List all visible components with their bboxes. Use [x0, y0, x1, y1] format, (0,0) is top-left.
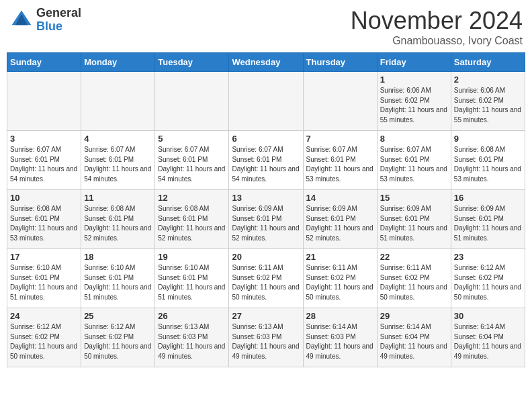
day-cell: 15Sunrise: 6:09 AM Sunset: 6:01 PM Dayli…	[377, 190, 451, 249]
day-info: Sunrise: 6:09 AM Sunset: 6:01 PM Dayligh…	[306, 204, 374, 243]
weekday-header-wednesday: Wednesday	[229, 53, 303, 72]
day-cell: 14Sunrise: 6:09 AM Sunset: 6:01 PM Dayli…	[303, 190, 377, 249]
day-cell: 9Sunrise: 6:08 AM Sunset: 6:01 PM Daylig…	[451, 131, 525, 190]
day-number: 30	[454, 311, 522, 321]
day-cell: 23Sunrise: 6:12 AM Sunset: 6:02 PM Dayli…	[451, 249, 525, 308]
day-cell: 8Sunrise: 6:07 AM Sunset: 6:01 PM Daylig…	[377, 131, 451, 190]
day-cell: 3Sunrise: 6:07 AM Sunset: 6:01 PM Daylig…	[7, 131, 81, 190]
weekday-header-monday: Monday	[81, 53, 155, 72]
page-header: General Blue November 2024 Gnambouasso, …	[7, 7, 525, 47]
day-number: 18	[84, 252, 152, 262]
day-info: Sunrise: 6:06 AM Sunset: 6:02 PM Dayligh…	[380, 86, 448, 125]
title-area: November 2024 Gnambouasso, Ivory Coast	[351, 7, 523, 47]
weekday-header-saturday: Saturday	[451, 53, 525, 72]
day-info: Sunrise: 6:11 AM Sunset: 6:02 PM Dayligh…	[232, 263, 300, 302]
day-number: 24	[10, 311, 78, 321]
logo-blue: Blue	[36, 19, 62, 33]
day-number: 17	[10, 252, 78, 262]
day-info: Sunrise: 6:07 AM Sunset: 6:01 PM Dayligh…	[10, 145, 78, 184]
day-info: Sunrise: 6:09 AM Sunset: 6:01 PM Dayligh…	[232, 204, 300, 243]
day-info: Sunrise: 6:12 AM Sunset: 6:02 PM Dayligh…	[84, 322, 152, 361]
day-number: 28	[306, 311, 374, 321]
week-row-3: 10Sunrise: 6:08 AM Sunset: 6:01 PM Dayli…	[7, 190, 525, 249]
day-cell	[81, 72, 155, 131]
weekday-header-sunday: Sunday	[7, 53, 81, 72]
day-cell: 27Sunrise: 6:13 AM Sunset: 6:03 PM Dayli…	[229, 308, 303, 367]
day-info: Sunrise: 6:08 AM Sunset: 6:01 PM Dayligh…	[158, 204, 226, 243]
day-cell: 7Sunrise: 6:07 AM Sunset: 6:01 PM Daylig…	[303, 131, 377, 190]
day-cell	[7, 72, 81, 131]
calendar-table: SundayMondayTuesdayWednesdayThursdayFrid…	[7, 52, 525, 367]
day-cell: 1Sunrise: 6:06 AM Sunset: 6:02 PM Daylig…	[377, 72, 451, 131]
day-number: 1	[380, 75, 448, 85]
day-number: 11	[84, 193, 152, 203]
location: Gnambouasso, Ivory Coast	[351, 35, 523, 47]
day-number: 25	[84, 311, 152, 321]
day-number: 9	[454, 134, 522, 144]
day-info: Sunrise: 6:09 AM Sunset: 6:01 PM Dayligh…	[380, 204, 448, 243]
day-cell: 12Sunrise: 6:08 AM Sunset: 6:01 PM Dayli…	[155, 190, 229, 249]
day-number: 20	[232, 252, 300, 262]
day-info: Sunrise: 6:08 AM Sunset: 6:01 PM Dayligh…	[84, 204, 152, 243]
logo-general: General	[36, 6, 81, 19]
day-info: Sunrise: 6:11 AM Sunset: 6:02 PM Dayligh…	[306, 263, 374, 302]
weekday-header-friday: Friday	[377, 53, 451, 72]
week-row-1: 1Sunrise: 6:06 AM Sunset: 6:02 PM Daylig…	[7, 72, 525, 131]
day-cell: 16Sunrise: 6:09 AM Sunset: 6:01 PM Dayli…	[451, 190, 525, 249]
weekday-header-row: SundayMondayTuesdayWednesdayThursdayFrid…	[7, 53, 525, 72]
logo: General Blue	[9, 7, 81, 34]
day-info: Sunrise: 6:14 AM Sunset: 6:03 PM Dayligh…	[306, 322, 374, 361]
day-info: Sunrise: 6:10 AM Sunset: 6:01 PM Dayligh…	[158, 263, 226, 302]
day-cell	[155, 72, 229, 131]
day-cell: 17Sunrise: 6:10 AM Sunset: 6:01 PM Dayli…	[7, 249, 81, 308]
day-cell	[303, 72, 377, 131]
day-cell: 10Sunrise: 6:08 AM Sunset: 6:01 PM Dayli…	[7, 190, 81, 249]
day-number: 2	[454, 75, 522, 85]
day-cell: 25Sunrise: 6:12 AM Sunset: 6:02 PM Dayli…	[81, 308, 155, 367]
day-cell: 2Sunrise: 6:06 AM Sunset: 6:02 PM Daylig…	[451, 72, 525, 131]
day-number: 26	[158, 311, 226, 321]
day-number: 23	[454, 252, 522, 262]
day-info: Sunrise: 6:08 AM Sunset: 6:01 PM Dayligh…	[454, 145, 522, 184]
day-info: Sunrise: 6:10 AM Sunset: 6:01 PM Dayligh…	[84, 263, 152, 302]
weekday-header-thursday: Thursday	[303, 53, 377, 72]
day-number: 29	[380, 311, 448, 321]
weekday-header-tuesday: Tuesday	[155, 53, 229, 72]
day-number: 4	[84, 134, 152, 144]
day-info: Sunrise: 6:06 AM Sunset: 6:02 PM Dayligh…	[454, 86, 522, 125]
day-info: Sunrise: 6:07 AM Sunset: 6:01 PM Dayligh…	[232, 145, 300, 184]
day-cell: 24Sunrise: 6:12 AM Sunset: 6:02 PM Dayli…	[7, 308, 81, 367]
logo-text: General Blue	[36, 7, 81, 34]
day-number: 16	[454, 193, 522, 203]
week-row-4: 17Sunrise: 6:10 AM Sunset: 6:01 PM Dayli…	[7, 249, 525, 308]
day-number: 19	[158, 252, 226, 262]
day-info: Sunrise: 6:13 AM Sunset: 6:03 PM Dayligh…	[232, 322, 300, 361]
day-cell: 11Sunrise: 6:08 AM Sunset: 6:01 PM Dayli…	[81, 190, 155, 249]
day-cell	[229, 72, 303, 131]
logo-icon	[9, 8, 34, 32]
day-cell: 4Sunrise: 6:07 AM Sunset: 6:01 PM Daylig…	[81, 131, 155, 190]
day-cell: 5Sunrise: 6:07 AM Sunset: 6:01 PM Daylig…	[155, 131, 229, 190]
week-row-5: 24Sunrise: 6:12 AM Sunset: 6:02 PM Dayli…	[7, 308, 525, 367]
day-info: Sunrise: 6:12 AM Sunset: 6:02 PM Dayligh…	[454, 263, 522, 302]
day-cell: 19Sunrise: 6:10 AM Sunset: 6:01 PM Dayli…	[155, 249, 229, 308]
day-cell: 26Sunrise: 6:13 AM Sunset: 6:03 PM Dayli…	[155, 308, 229, 367]
day-info: Sunrise: 6:07 AM Sunset: 6:01 PM Dayligh…	[380, 145, 448, 184]
day-info: Sunrise: 6:10 AM Sunset: 6:01 PM Dayligh…	[10, 263, 78, 302]
day-number: 13	[232, 193, 300, 203]
day-info: Sunrise: 6:07 AM Sunset: 6:01 PM Dayligh…	[84, 145, 152, 184]
day-info: Sunrise: 6:11 AM Sunset: 6:02 PM Dayligh…	[380, 263, 448, 302]
day-cell: 13Sunrise: 6:09 AM Sunset: 6:01 PM Dayli…	[229, 190, 303, 249]
day-info: Sunrise: 6:14 AM Sunset: 6:04 PM Dayligh…	[454, 322, 522, 361]
day-cell: 29Sunrise: 6:14 AM Sunset: 6:04 PM Dayli…	[377, 308, 451, 367]
month-title: November 2024	[351, 7, 523, 35]
day-number: 7	[306, 134, 374, 144]
day-number: 21	[306, 252, 374, 262]
day-cell: 21Sunrise: 6:11 AM Sunset: 6:02 PM Dayli…	[303, 249, 377, 308]
day-info: Sunrise: 6:07 AM Sunset: 6:01 PM Dayligh…	[306, 145, 374, 184]
day-cell: 18Sunrise: 6:10 AM Sunset: 6:01 PM Dayli…	[81, 249, 155, 308]
day-number: 8	[380, 134, 448, 144]
day-info: Sunrise: 6:13 AM Sunset: 6:03 PM Dayligh…	[158, 322, 226, 361]
day-info: Sunrise: 6:07 AM Sunset: 6:01 PM Dayligh…	[158, 145, 226, 184]
day-cell: 20Sunrise: 6:11 AM Sunset: 6:02 PM Dayli…	[229, 249, 303, 308]
